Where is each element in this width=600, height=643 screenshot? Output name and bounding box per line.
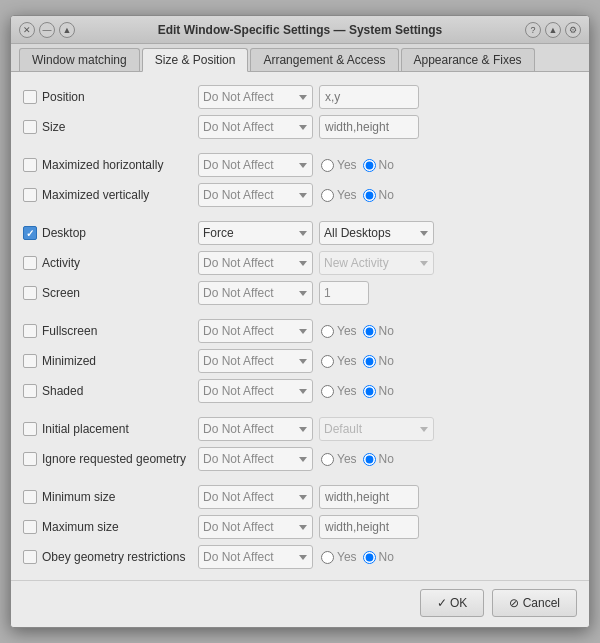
minimized-dropdown[interactable]: Do Not Affect (198, 349, 313, 373)
help-button[interactable]: ? (525, 22, 541, 38)
minimized-yes-label[interactable]: Yes (321, 354, 357, 368)
max-horiz-radio-group: Yes No (321, 158, 394, 172)
minimize-button[interactable]: — (39, 22, 55, 38)
shaded-dropdown[interactable]: Do Not Affect (198, 379, 313, 403)
obey-geometry-yes-label[interactable]: Yes (321, 550, 357, 564)
minimized-no-radio[interactable] (363, 355, 376, 368)
activity-value-dropdown[interactable]: New Activity (319, 251, 434, 275)
screen-dropdown[interactable]: Do Not Affect (198, 281, 313, 305)
row-ignore-geometry: Ignore requested geometry Do Not Affect … (23, 444, 577, 474)
ignore-geometry-yes-label[interactable]: Yes (321, 452, 357, 466)
pin-button[interactable]: ▲ (545, 22, 561, 38)
min-size-check-label: Minimum size (23, 490, 198, 504)
shaded-no-label[interactable]: No (363, 384, 394, 398)
max-horiz-checkbox[interactable] (23, 158, 37, 172)
desktop-checkbox[interactable] (23, 226, 37, 240)
ignore-geometry-radio-group: Yes No (321, 452, 394, 466)
tab-arrangement-access[interactable]: Arrangement & Access (250, 48, 398, 71)
min-size-checkbox[interactable] (23, 490, 37, 504)
fullscreen-no-radio[interactable] (363, 325, 376, 338)
close-button[interactable]: ✕ (19, 22, 35, 38)
initial-placement-dropdown[interactable]: Do Not Affect (198, 417, 313, 441)
max-horiz-no-label[interactable]: No (363, 158, 394, 172)
row-size: Size Do Not Affect (23, 112, 577, 142)
max-horiz-dropdown[interactable]: Do Not Affect (198, 153, 313, 177)
initial-placement-value-dropdown[interactable]: Default (319, 417, 434, 441)
max-horiz-yes-radio[interactable] (321, 159, 334, 172)
fullscreen-radio-group: Yes No (321, 324, 394, 338)
size-checkbox[interactable] (23, 120, 37, 134)
tab-window-matching[interactable]: Window matching (19, 48, 140, 71)
obey-geometry-label: Obey geometry restrictions (42, 550, 185, 564)
activity-checkbox[interactable] (23, 256, 37, 270)
max-vert-check-label: Maximized vertically (23, 188, 198, 202)
tab-appearance-fixes[interactable]: Appearance & Fixes (401, 48, 535, 71)
row-max-vert: Maximized vertically Do Not Affect Yes N… (23, 180, 577, 210)
ignore-geometry-no-label[interactable]: No (363, 452, 394, 466)
size-dropdown[interactable]: Do Not Affect (198, 115, 313, 139)
max-vert-no-label[interactable]: No (363, 188, 394, 202)
initial-placement-checkbox[interactable] (23, 422, 37, 436)
max-vert-yes-label[interactable]: Yes (321, 188, 357, 202)
ignore-geometry-no-radio[interactable] (363, 453, 376, 466)
max-vert-yes-radio[interactable] (321, 189, 334, 202)
maximize-button[interactable]: ▲ (59, 22, 75, 38)
max-vert-dropdown[interactable]: Do Not Affect (198, 183, 313, 207)
divider-3 (23, 308, 577, 316)
desktop-value-dropdown[interactable]: All Desktops (319, 221, 434, 245)
titlebar-controls: ✕ — ▲ (19, 22, 75, 38)
shaded-yes-radio[interactable] (321, 385, 334, 398)
shaded-checkbox[interactable] (23, 384, 37, 398)
titlebar: ✕ — ▲ Edit Window-Specific Settings — Sy… (11, 16, 589, 44)
minimized-checkbox[interactable] (23, 354, 37, 368)
obey-geometry-checkbox[interactable] (23, 550, 37, 564)
tab-size-position[interactable]: Size & Position (142, 48, 249, 72)
window-title: Edit Window-Specific Settings — System S… (158, 23, 443, 37)
desktop-dropdown[interactable]: Force Do Not Affect (198, 221, 313, 245)
obey-geometry-dropdown[interactable]: Do Not Affect (198, 545, 313, 569)
max-horiz-yes-label[interactable]: Yes (321, 158, 357, 172)
shaded-yes-label[interactable]: Yes (321, 384, 357, 398)
min-size-dropdown[interactable]: Do Not Affect (198, 485, 313, 509)
ignore-geometry-yes-radio[interactable] (321, 453, 334, 466)
row-desktop: Desktop Force Do Not Affect All Desktops (23, 218, 577, 248)
ignore-geometry-dropdown[interactable]: Do Not Affect (198, 447, 313, 471)
max-size-checkbox[interactable] (23, 520, 37, 534)
max-vert-checkbox[interactable] (23, 188, 37, 202)
ignore-geometry-check-label: Ignore requested geometry (23, 452, 218, 466)
obey-geometry-no-radio[interactable] (363, 551, 376, 564)
max-horiz-no-radio[interactable] (363, 159, 376, 172)
position-input[interactable] (319, 85, 419, 109)
content-area: Position Do Not Affect Size Do Not Affec… (11, 72, 589, 580)
position-checkbox[interactable] (23, 90, 37, 104)
max-size-label: Maximum size (42, 520, 119, 534)
settings-button[interactable]: ⚙ (565, 22, 581, 38)
fullscreen-checkbox[interactable] (23, 324, 37, 338)
cancel-button[interactable]: ⊘ Cancel (492, 589, 577, 617)
shaded-radio-group: Yes No (321, 384, 394, 398)
minimized-label: Minimized (42, 354, 96, 368)
max-vert-label: Maximized vertically (42, 188, 149, 202)
min-size-input[interactable] (319, 485, 419, 509)
fullscreen-no-label[interactable]: No (363, 324, 394, 338)
obey-geometry-yes-radio[interactable] (321, 551, 334, 564)
activity-dropdown[interactable]: Do Not Affect (198, 251, 313, 275)
minimized-no-label[interactable]: No (363, 354, 394, 368)
screen-spin[interactable] (319, 281, 369, 305)
minimized-yes-radio[interactable] (321, 355, 334, 368)
max-size-input[interactable] (319, 515, 419, 539)
position-dropdown[interactable]: Do Not Affect (198, 85, 313, 109)
max-size-dropdown[interactable]: Do Not Affect (198, 515, 313, 539)
tabs: Window matching Size & Position Arrangem… (11, 44, 589, 72)
fullscreen-dropdown[interactable]: Do Not Affect (198, 319, 313, 343)
screen-label: Screen (42, 286, 80, 300)
fullscreen-yes-label[interactable]: Yes (321, 324, 357, 338)
shaded-no-radio[interactable] (363, 385, 376, 398)
screen-checkbox[interactable] (23, 286, 37, 300)
fullscreen-yes-radio[interactable] (321, 325, 334, 338)
obey-geometry-no-label[interactable]: No (363, 550, 394, 564)
ok-button[interactable]: ✓ OK (420, 589, 485, 617)
ignore-geometry-checkbox[interactable] (23, 452, 37, 466)
max-vert-no-radio[interactable] (363, 189, 376, 202)
size-input[interactable] (319, 115, 419, 139)
